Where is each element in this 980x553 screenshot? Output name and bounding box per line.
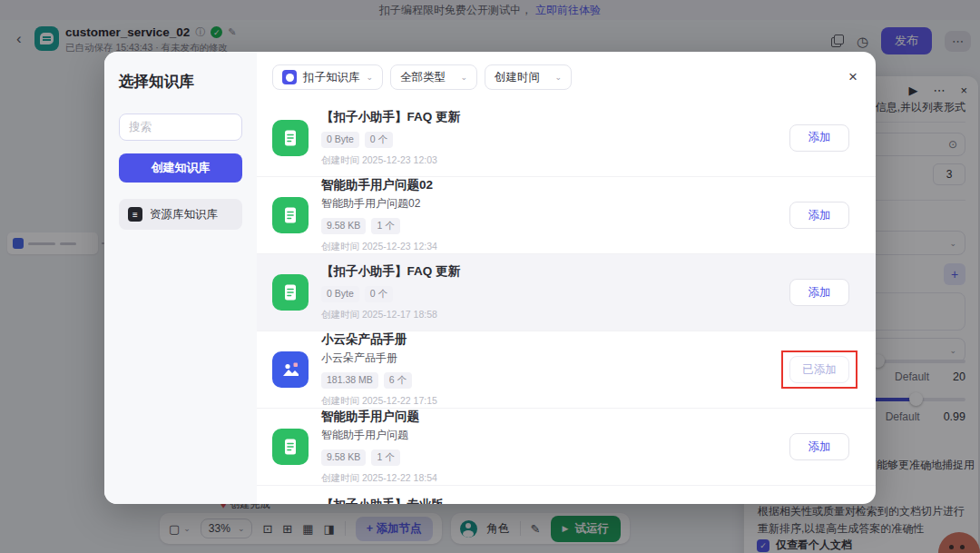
kb-list-item[interactable]: 【扣子小助手】FAQ 更新 0 Byte 0 个 创建时间 2025-12-17… (257, 253, 876, 331)
knowledge-type-icon (272, 429, 309, 465)
kb-item-subtitle: 智能助手用户问题 (321, 428, 777, 443)
kb-item-action: 已添加 (789, 356, 849, 383)
kb-list: 【扣子小助手】FAQ 更新 0 Byte 0 个 创建时间 2025-12-23… (257, 99, 876, 504)
modal-main: 扣子知识库 ⌄ 全部类型 ⌄ 创建时间 ⌄ × (257, 52, 876, 504)
kb-item-title: 【扣子小助手】专业版 (321, 497, 862, 504)
add-button[interactable]: 添加 (789, 124, 849, 152)
coze-logo-icon (282, 70, 297, 84)
kb-list-item[interactable]: 【扣子小助手】专业版 (257, 485, 876, 504)
create-knowledge-button[interactable]: 创建知识库 (119, 153, 242, 183)
count-badge: 1 个 (371, 218, 399, 234)
kb-item-title: 小云朵产品手册 (321, 331, 777, 348)
modal-sidebar: 选择知识库 创建知识库 ≡ 资源库知识库 (104, 52, 257, 504)
size-badge: 181.38 MB (321, 372, 378, 389)
kb-item-subtitle: 小云朵产品手册 (321, 351, 777, 366)
kb-item-info: 【扣子小助手】FAQ 更新 0 Byte 0 个 创建时间 2025-12-23… (321, 109, 777, 167)
count-badge: 0 个 (365, 132, 393, 148)
chevron-down-icon: ⌄ (461, 73, 468, 82)
size-badge: 0 Byte (321, 132, 359, 148)
kb-item-title: 【扣子小助手】FAQ 更新 (321, 263, 777, 280)
kb-item-info: 【扣子小助手】专业版 (321, 497, 862, 504)
kb-item-created: 创建时间 2025-12-17 18:58 (321, 309, 777, 321)
knowledge-type-icon (272, 197, 309, 233)
kb-item-action: 添加 (789, 124, 849, 152)
kb-item-action: 添加 (789, 433, 849, 460)
library-icon: ≡ (128, 207, 142, 222)
filter-bar: 扣子知识库 ⌄ 全部类型 ⌄ 创建时间 ⌄ (272, 64, 572, 90)
knowledge-type-icon (272, 274, 309, 311)
chevron-down-icon: ⌄ (555, 73, 563, 82)
modal-close-icon[interactable]: × (848, 69, 858, 84)
filter-time-select[interactable]: 创建时间 ⌄ (485, 64, 572, 90)
kb-list-item[interactable]: 智能助手用户问题 智能助手用户问题 9.58 KB 1 个 创建时间 2025-… (257, 408, 876, 485)
count-badge: 1 个 (371, 449, 399, 466)
kb-item-badges: 9.58 KB 1 个 (321, 449, 777, 466)
kb-item-action: 添加 (789, 202, 849, 229)
kb-item-created: 创建时间 2025-12-22 18:54 (321, 472, 777, 485)
kb-item-title: 智能助手用户问题 (321, 409, 777, 425)
kb-item-badges: 0 Byte 0 个 (321, 132, 777, 148)
size-badge: 9.58 KB (321, 218, 366, 234)
knowledge-type-icon (272, 351, 309, 388)
kb-item-created: 创建时间 2025-12-23 12:03 (321, 154, 777, 167)
kb-list-item[interactable]: 小云朵产品手册 小云朵产品手册 181.38 MB 6 个 创建时间 2025-… (257, 331, 876, 408)
kb-item-badges: 9.58 KB 1 个 (321, 218, 777, 234)
kb-item-title: 智能助手用户问题02 (321, 177, 777, 193)
modal-title: 选择知识库 (119, 72, 242, 92)
filter-type-select[interactable]: 全部类型 ⌄ (390, 64, 477, 90)
size-badge: 9.58 KB (321, 449, 366, 466)
kb-list-item[interactable]: 【扣子小助手】FAQ 更新 0 Byte 0 个 创建时间 2025-12-23… (257, 99, 876, 176)
knowledge-type-icon (272, 120, 309, 156)
select-knowledge-modal: 选择知识库 创建知识库 ≡ 资源库知识库 扣子知识库 ⌄ 全部类型 ⌄ (104, 52, 876, 504)
kb-item-title: 【扣子小助手】FAQ 更新 (321, 109, 777, 125)
kb-item-info: 智能助手用户问题02 智能助手用户问题02 9.58 KB 1 个 创建时间 2… (321, 177, 777, 253)
filter-source-select[interactable]: 扣子知识库 ⌄ (272, 64, 383, 90)
sidebar-item-resource-library[interactable]: ≡ 资源库知识库 (119, 199, 242, 230)
kb-item-info: 智能助手用户问题 智能助手用户问题 9.58 KB 1 个 创建时间 2025-… (321, 409, 777, 485)
kb-item-badges: 181.38 MB 6 个 (321, 372, 777, 389)
search-input[interactable] (119, 114, 242, 141)
add-button[interactable]: 添加 (789, 433, 849, 460)
add-button[interactable]: 添加 (789, 279, 849, 306)
chevron-down-icon: ⌄ (367, 73, 374, 82)
kb-item-info: 【扣子小助手】FAQ 更新 0 Byte 0 个 创建时间 2025-12-17… (321, 263, 777, 321)
kb-list-item[interactable]: 智能助手用户问题02 智能助手用户问题02 9.58 KB 1 个 创建时间 2… (257, 176, 876, 253)
kb-item-created: 创建时间 2025-12-22 17:15 (321, 395, 777, 408)
add-button[interactable]: 添加 (789, 202, 849, 229)
count-badge: 6 个 (384, 372, 412, 389)
kb-item-created: 创建时间 2025-12-23 12:34 (321, 241, 777, 253)
count-badge: 0 个 (365, 286, 393, 302)
annotation-red-box (781, 351, 858, 389)
kb-item-info: 小云朵产品手册 小云朵产品手册 181.38 MB 6 个 创建时间 2025-… (321, 331, 777, 408)
app-window: 扣子编程限时免费公开测试中， 立即前往体验 ‹ customer_service… (0, 0, 980, 553)
size-badge: 0 Byte (321, 286, 359, 302)
kb-item-action: 添加 (789, 279, 849, 306)
kb-item-subtitle: 智能助手用户问题02 (321, 196, 777, 212)
kb-item-badges: 0 Byte 0 个 (321, 286, 777, 302)
